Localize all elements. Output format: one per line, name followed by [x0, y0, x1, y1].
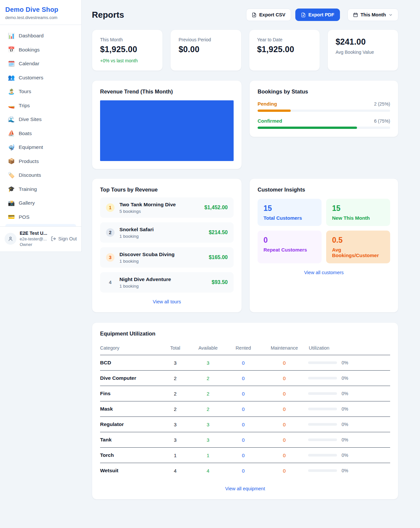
export-csv-label: Export CSV: [259, 12, 285, 17]
cell-available: 2: [190, 371, 226, 386]
cell-category: Regulator: [100, 417, 160, 432]
sidebar-item-customers[interactable]: 👥 Customers: [3, 71, 79, 85]
utilization-bar: [308, 454, 337, 457]
sidebar-item-training[interactable]: 🎓 Training: [3, 182, 79, 196]
stat-card-year-to-date: Year to Date $1,925.00: [249, 30, 320, 71]
bookings-by-status-card: Bookings by Status Pending 2 (25%) Confi…: [249, 80, 398, 137]
stat-card-this-month: This Month $1,925.00 +0% vs last month: [92, 30, 163, 71]
sidebar-item-label: Tours: [19, 89, 31, 94]
stat-value: $1,925.00: [100, 45, 155, 54]
sidebar-item-calendar[interactable]: 🗓️ Calendar: [3, 57, 79, 71]
sidebar-nav: 📊 Dashboard 📅 Bookings 🗓️ Calendar 👥 Cus…: [0, 25, 81, 226]
equipment-utilization-title: Equipment Utilization: [100, 331, 390, 337]
header-actions: Export CSV Export PDF This Month: [246, 9, 398, 21]
cell-rented: 0: [226, 401, 261, 417]
chevron-down-icon: [388, 13, 393, 17]
sidebar-item-trips[interactable]: 🚤 Trips: [3, 99, 79, 113]
view-all-customers-link[interactable]: View all customers: [258, 270, 390, 275]
insight-value: 15: [263, 204, 316, 213]
revenue-trend-card: Revenue Trend (This Month): [92, 80, 242, 169]
shop-name: Demo Dive Shop: [5, 6, 76, 13]
tour-row: 4 Night Dive Adventure 1 booking $93.50: [100, 272, 234, 293]
utilization-bar: [308, 377, 337, 379]
table-row: Wetsuit 4 4 0 0 0%: [100, 463, 390, 478]
view-all-equipment-link[interactable]: View all equipment: [100, 486, 390, 491]
column-header-maintenance: Maintenance: [261, 342, 308, 355]
calendar-date-icon: 📅: [8, 47, 14, 52]
export-pdf-label: Export PDF: [308, 12, 334, 17]
sidebar-item-label: Equipment: [19, 144, 43, 150]
period-label: This Month: [361, 12, 386, 17]
period-dropdown[interactable]: This Month: [347, 9, 398, 21]
sidebar-item-dashboard[interactable]: 📊 Dashboard: [3, 29, 79, 43]
shop-domain: demo.test.divestreams.com: [5, 15, 76, 20]
sidebar-item-label: Bookings: [19, 47, 40, 53]
sign-out-button[interactable]: Sign Out: [51, 236, 77, 241]
insights-grid: 15 Total Customers 15 New This Month 0 R…: [258, 199, 390, 263]
sidebar-item-label: Trips: [19, 103, 30, 109]
sidebar-item-pos[interactable]: 💳 POS: [3, 210, 79, 224]
stat-value: $0.00: [178, 45, 233, 54]
spiral-calendar-icon: 🗓️: [8, 61, 14, 67]
cell-rented: 0: [226, 417, 261, 432]
cell-utilization: 0%: [308, 386, 390, 401]
utilization-bar: [308, 361, 337, 364]
camera-icon: 📸: [8, 200, 14, 206]
sidebar-item-label: Gallery: [19, 200, 35, 206]
stat-label: This Month: [100, 37, 155, 42]
sidebar-item-equipment[interactable]: 🤿 Equipment: [3, 140, 79, 154]
export-pdf-button[interactable]: Export PDF: [295, 9, 340, 21]
cell-utilization: 0%: [308, 417, 390, 432]
sidebar-item-bookings[interactable]: 📅 Bookings: [3, 43, 79, 57]
cell-maintenance: 0: [261, 355, 308, 371]
cell-category: Dive Computer: [100, 371, 160, 386]
shop-logo-box: Demo Dive Shop demo.test.divestreams.com: [0, 0, 81, 25]
table-row: Mask 2 2 0 0 0%: [100, 401, 390, 417]
cell-utilization: 0%: [308, 371, 390, 386]
equipment-table: Category Total Available Rented Maintena…: [100, 342, 390, 478]
stat-label: Avg Booking Value: [336, 50, 390, 55]
equipment-utilization-card: Equipment Utilization Category Total Ava…: [92, 322, 398, 499]
table-row: Regulator 3 3 0 0 0%: [100, 417, 390, 432]
island-icon: 🏝️: [8, 89, 14, 94]
sidebar-item-boats[interactable]: ⛵ Boats: [3, 127, 79, 141]
tour-amount: $1,452.00: [204, 205, 228, 211]
sidebar-item-products[interactable]: 📦 Products: [3, 154, 79, 169]
cell-total: 3: [160, 417, 190, 432]
page-title: Reports: [92, 10, 124, 20]
cell-total: 2: [160, 386, 190, 401]
stat-value: $241.00: [336, 37, 390, 47]
package-icon: 📦: [8, 158, 14, 164]
sidebar-item-label: Customers: [19, 75, 43, 81]
stat-delta: +0% vs last month: [100, 58, 155, 63]
sidebar-item-discounts[interactable]: 🏷️ Discounts: [3, 168, 79, 182]
sidebar-item-label: Boats: [19, 131, 32, 136]
cell-rented: 0: [226, 386, 261, 401]
export-csv-button[interactable]: Export CSV: [246, 9, 291, 21]
rank-badge: 1: [106, 203, 115, 212]
user-email: e2e-tester@...: [20, 236, 48, 241]
status-bar-fill-confirmed: [258, 127, 357, 129]
cell-available: 3: [190, 417, 226, 432]
status-bar-track: [258, 110, 390, 112]
page-header: Reports Export CSV Export PDF This Month: [92, 9, 398, 21]
cell-maintenance: 0: [261, 432, 308, 448]
sidebar-item-selected-partial[interactable]: [5, 224, 76, 226]
cell-total: 2: [160, 401, 190, 417]
customer-insights-card: Customer Insights 15 Total Customers 15 …: [249, 178, 398, 313]
diving-mask-icon: 🤿: [8, 145, 14, 150]
sidebar-item-gallery[interactable]: 📸 Gallery: [3, 196, 79, 210]
table-row: Dive Computer 2 2 0 0 0%: [100, 371, 390, 386]
sidebar-item-tours[interactable]: 🏝️ Tours: [3, 85, 79, 99]
insight-repeat-customers: 0 Repeat Customers: [258, 231, 322, 263]
view-all-tours-link[interactable]: View all tours: [100, 299, 234, 304]
column-header-category: Category: [100, 342, 160, 355]
sidebar-item-dive-sites[interactable]: 🌊 Dive Sites: [3, 112, 79, 127]
bar-chart-icon: 📊: [8, 33, 14, 39]
graduation-cap-icon: 🎓: [8, 186, 14, 192]
file-download-icon: [301, 12, 306, 17]
cell-category: Wetsuit: [100, 463, 160, 478]
sidebar: Demo Dive Shop demo.test.divestreams.com…: [0, 0, 82, 252]
cell-maintenance: 0: [261, 463, 308, 478]
table-row: Tank 3 3 0 0 0%: [100, 432, 390, 448]
